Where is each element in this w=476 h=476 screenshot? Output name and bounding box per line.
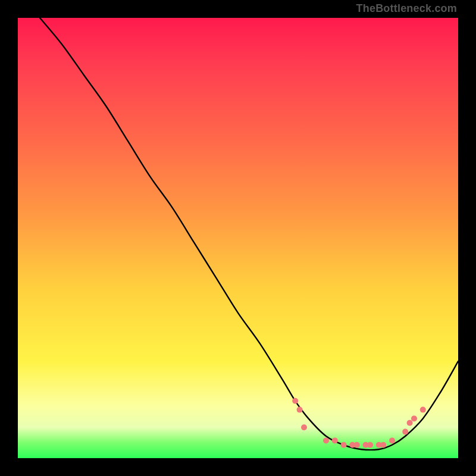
data-marker bbox=[341, 442, 347, 448]
data-marker bbox=[292, 398, 298, 404]
data-marker bbox=[332, 437, 338, 443]
plot-area bbox=[18, 18, 458, 458]
data-marker bbox=[297, 407, 303, 413]
chart-frame: TheBottleneck.com bbox=[0, 0, 476, 476]
curve-layer bbox=[18, 18, 458, 458]
data-marker bbox=[411, 415, 417, 421]
bottleneck-curve bbox=[40, 18, 458, 450]
data-marker bbox=[354, 442, 360, 448]
data-marker bbox=[380, 442, 386, 448]
watermark-label: TheBottleneck.com bbox=[356, 2, 457, 15]
data-marker bbox=[301, 424, 307, 430]
data-marker bbox=[407, 420, 413, 426]
data-marker bbox=[323, 437, 329, 443]
data-marker bbox=[402, 429, 408, 435]
data-marker bbox=[389, 437, 395, 443]
data-marker bbox=[367, 442, 373, 448]
data-marker bbox=[420, 407, 426, 413]
